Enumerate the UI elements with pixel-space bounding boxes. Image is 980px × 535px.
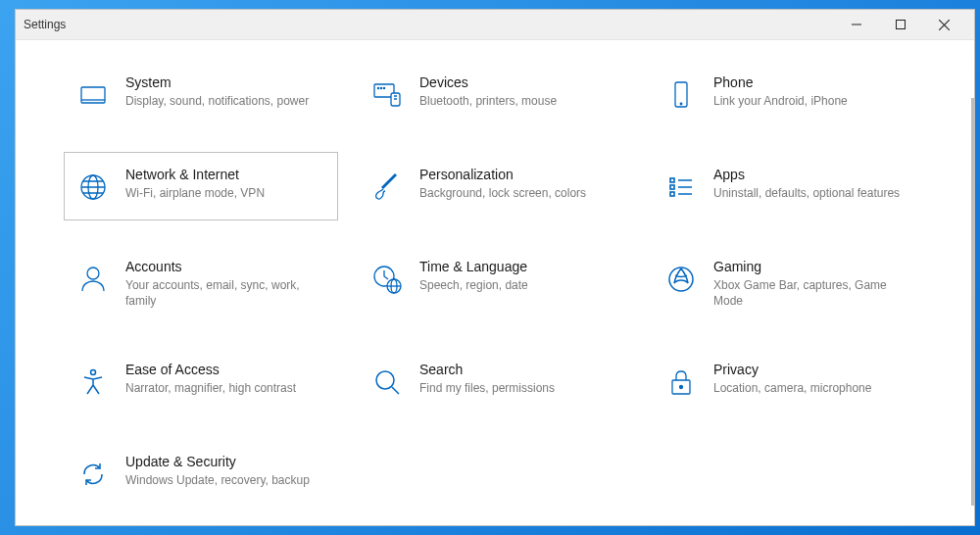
- category-title: Search: [419, 362, 615, 377]
- category-title: Gaming: [713, 259, 909, 274]
- category-desc: Display, sound, notifications, power: [125, 93, 321, 109]
- paintbrush-icon: [368, 169, 406, 206]
- system-icon: [74, 76, 112, 114]
- category-desc: Uninstall, defaults, optional features: [713, 185, 909, 201]
- minimize-icon: [852, 20, 861, 29]
- category-desc: Your accounts, email, sync, work, family: [125, 277, 321, 309]
- category-desc: Wi-Fi, airplane mode, VPN: [125, 185, 321, 201]
- category-title: Network & Internet: [125, 167, 321, 182]
- svg-rect-0: [896, 21, 905, 29]
- titlebar[interactable]: Settings: [16, 10, 974, 40]
- close-button[interactable]: [922, 10, 966, 40]
- category-accounts[interactable]: Accounts Your accounts, email, sync, wor…: [64, 244, 338, 323]
- svg-point-5: [383, 87, 384, 88]
- category-title: Update & Security: [125, 454, 321, 469]
- category-desc: Speech, region, date: [419, 277, 615, 293]
- category-devices[interactable]: Devices Bluetooth, printers, mouse: [358, 60, 632, 128]
- category-title: System: [125, 74, 321, 90]
- svg-point-20: [376, 371, 394, 389]
- category-desc: Background, lock screen, colors: [419, 185, 615, 201]
- category-title: Devices: [419, 74, 615, 90]
- category-network[interactable]: Network & Internet Wi-Fi, airplane mode,…: [64, 152, 338, 220]
- category-desc: Bluetooth, printers, mouse: [419, 93, 615, 109]
- scrollbar[interactable]: [971, 98, 974, 506]
- lock-icon: [662, 364, 700, 401]
- category-personalization[interactable]: Personalization Background, lock screen,…: [358, 152, 632, 220]
- person-icon: [74, 261, 112, 298]
- time-language-icon: [368, 261, 406, 298]
- svg-point-3: [377, 87, 378, 88]
- category-title: Apps: [713, 167, 909, 182]
- category-ease-of-access[interactable]: Ease of Access Narrator, magnifier, high…: [64, 347, 338, 415]
- window-title: Settings: [24, 18, 66, 31]
- category-desc: Link your Android, iPhone: [713, 93, 909, 109]
- svg-rect-13: [670, 192, 674, 196]
- category-title: Time & Language: [419, 259, 615, 274]
- category-apps[interactable]: Apps Uninstall, defaults, optional featu…: [652, 152, 926, 220]
- category-system[interactable]: System Display, sound, notifications, po…: [64, 60, 338, 128]
- accessibility-icon: [74, 364, 112, 401]
- category-title: Privacy: [713, 362, 909, 377]
- category-search[interactable]: Search Find my files, permissions: [358, 347, 632, 415]
- category-privacy[interactable]: Privacy Location, camera, microphone: [652, 347, 926, 415]
- gaming-icon: [662, 261, 700, 298]
- category-desc: Windows Update, recovery, backup: [125, 472, 321, 488]
- search-icon: [368, 364, 406, 401]
- globe-icon: [74, 169, 112, 206]
- close-icon: [939, 20, 950, 30]
- category-title: Phone: [713, 74, 909, 90]
- category-time-language[interactable]: Time & Language Speech, region, date: [358, 244, 632, 323]
- category-title: Ease of Access: [125, 362, 321, 377]
- minimize-button[interactable]: [834, 10, 878, 40]
- settings-window: Settings System Display, sound, notifi: [15, 9, 975, 526]
- svg-rect-12: [670, 185, 674, 189]
- category-title: Accounts: [125, 259, 321, 274]
- category-phone[interactable]: Phone Link your Android, iPhone: [652, 60, 926, 128]
- svg-point-22: [680, 386, 683, 389]
- svg-point-19: [91, 370, 96, 375]
- category-title: Personalization: [419, 167, 615, 182]
- category-desc: Xbox Game Bar, captures, Game Mode: [713, 277, 909, 309]
- maximize-button[interactable]: [878, 10, 922, 40]
- category-update-security[interactable]: Update & Security Windows Update, recove…: [64, 439, 338, 508]
- category-gaming[interactable]: Gaming Xbox Game Bar, captures, Game Mod…: [652, 244, 926, 323]
- category-grid: System Display, sound, notifications, po…: [64, 60, 926, 508]
- category-desc: Find my files, permissions: [419, 380, 615, 396]
- window-controls: [834, 10, 966, 40]
- apps-icon: [662, 169, 700, 206]
- category-desc: Location, camera, microphone: [713, 380, 909, 396]
- svg-point-4: [380, 87, 381, 88]
- settings-content: System Display, sound, notifications, po…: [16, 40, 974, 525]
- svg-point-8: [680, 103, 682, 105]
- phone-icon: [662, 76, 700, 114]
- svg-rect-11: [670, 178, 674, 182]
- svg-point-14: [87, 268, 99, 279]
- devices-icon: [368, 76, 406, 114]
- maximize-icon: [896, 20, 906, 29]
- category-desc: Narrator, magnifier, high contrast: [125, 380, 321, 396]
- svg-point-18: [669, 268, 693, 291]
- update-icon: [74, 456, 112, 493]
